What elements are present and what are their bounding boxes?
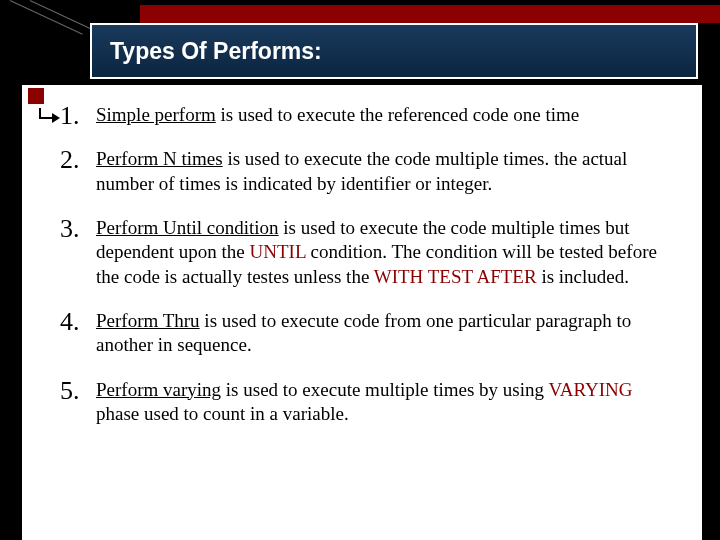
bullet-square-icon: [26, 86, 46, 106]
item-text: is used to execute the referenced code o…: [216, 104, 579, 125]
slide-title: Types Of Performs:: [110, 38, 322, 65]
perform-list: Simple perform is used to execute the re…: [60, 103, 680, 426]
corner-decoration: [0, 0, 100, 40]
item-text: is used to execute multiple times by usi…: [221, 379, 548, 400]
item-lead: Perform Thru: [96, 310, 200, 331]
list-item: Perform varying is used to execute multi…: [60, 378, 680, 427]
content-area: Simple perform is used to execute the re…: [22, 85, 702, 540]
item-lead: Perform varying: [96, 379, 221, 400]
list-item: Perform Thru is used to execute code fro…: [60, 309, 680, 358]
keyword: VARYING: [548, 379, 632, 400]
list-item: Simple perform is used to execute the re…: [60, 103, 680, 127]
list-item: Perform Until condition is used to execu…: [60, 216, 680, 289]
keyword: UNTIL: [250, 241, 306, 262]
top-accent-bar: [140, 5, 720, 23]
indent-arrow-icon: [38, 108, 62, 126]
keyword: WITH TEST AFTER: [374, 266, 537, 287]
item-lead: Perform Until condition: [96, 217, 279, 238]
title-box: Types Of Performs:: [90, 23, 698, 79]
item-lead: Simple perform: [96, 104, 216, 125]
item-text: phase used to count in a variable.: [96, 403, 349, 424]
item-text: is included.: [537, 266, 629, 287]
item-lead: Perform N times: [96, 148, 223, 169]
list-item: Perform N times is used to execute the c…: [60, 147, 680, 196]
